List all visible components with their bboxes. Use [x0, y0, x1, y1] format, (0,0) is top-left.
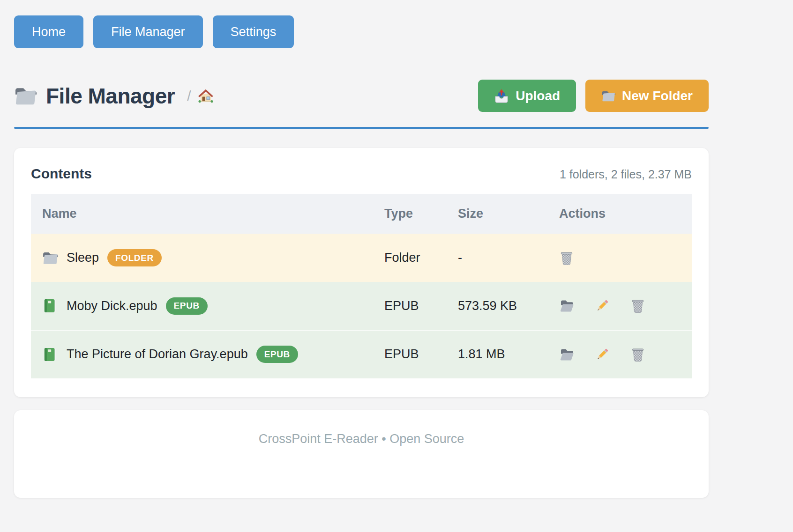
delete-button[interactable] [630, 298, 645, 313]
page-footer: CrossPoint E-Reader • Open Source [14, 410, 709, 498]
book-icon [42, 298, 58, 314]
header-actions: Upload New Folder [478, 80, 709, 112]
contents-card-header: Contents 1 folders, 2 files, 2.37 MB [31, 166, 692, 182]
edit-button[interactable] [595, 298, 610, 313]
epub-badge: EPUB [256, 346, 298, 363]
nav-settings-button[interactable]: Settings [213, 15, 294, 48]
contents-heading: Contents [31, 166, 92, 182]
footer-text: CrossPoint E-Reader • Open Source [259, 432, 464, 498]
upload-tray-icon [494, 89, 509, 103]
breadcrumb-home-link[interactable] [198, 88, 214, 104]
folder-icon [601, 89, 615, 103]
breadcrumb: / [187, 88, 213, 104]
row-size: 1.81 MB [447, 330, 548, 378]
row-name: Sleep [67, 251, 99, 265]
upload-button[interactable]: Upload [478, 80, 576, 112]
page-title: File Manager [14, 83, 175, 109]
trash-icon [559, 251, 574, 266]
home-icon [198, 88, 214, 104]
row-name: The Picture of Dorian Gray.epub [67, 347, 248, 362]
table-header: Name Type Size Actions [31, 194, 692, 234]
folder-icon [14, 85, 37, 107]
delete-button[interactable] [630, 347, 645, 362]
row-name-cell: Moby Dick.epub EPUB [42, 297, 373, 315]
title-wrap: File Manager / [14, 83, 214, 109]
nav-file-manager-button[interactable]: File Manager [93, 15, 203, 48]
row-name-cell: The Picture of Dorian Gray.epub EPUB [42, 346, 373, 363]
nav-home-button[interactable]: Home [14, 15, 83, 48]
open-button[interactable] [559, 298, 574, 313]
page-header: File Manager / Upload New Folder [14, 80, 709, 112]
page-container: Home File Manager Settings File Manager … [14, 0, 709, 498]
trash-icon [630, 347, 645, 362]
contents-card: Contents 1 folders, 2 files, 2.37 MB Nam… [14, 148, 709, 397]
title-divider [14, 127, 709, 129]
column-header-type: Type [373, 194, 447, 234]
epub-badge: EPUB [166, 297, 208, 315]
trash-icon [630, 298, 645, 313]
folder-open-icon [559, 347, 574, 362]
delete-button[interactable] [559, 251, 574, 266]
open-button[interactable] [559, 347, 574, 362]
breadcrumb-separator: / [187, 88, 191, 104]
row-actions [559, 298, 692, 313]
column-header-name: Name [31, 194, 373, 234]
top-nav: Home File Manager Settings [14, 0, 709, 48]
page-title-text: File Manager [46, 83, 175, 109]
column-header-actions: Actions [548, 194, 692, 234]
table-row-dorian-gray[interactable]: The Picture of Dorian Gray.epub EPUB EPU… [31, 330, 692, 378]
pencil-icon [595, 298, 610, 313]
row-actions [559, 251, 692, 266]
pencil-icon [595, 347, 610, 362]
new-folder-button-label: New Folder [622, 89, 693, 103]
book-icon [42, 347, 58, 362]
contents-summary: 1 folders, 2 files, 2.37 MB [560, 168, 692, 181]
row-size: - [447, 234, 548, 282]
row-name-cell: Sleep FOLDER [42, 249, 373, 266]
folder-badge: FOLDER [107, 249, 162, 266]
column-header-size: Size [447, 194, 548, 234]
row-type: Folder [373, 234, 447, 282]
edit-button[interactable] [595, 347, 610, 362]
table-row-sleep[interactable]: Sleep FOLDER Folder - [31, 234, 692, 282]
row-type: EPUB [373, 330, 447, 378]
table-row-moby-dick[interactable]: Moby Dick.epub EPUB EPUB 573.59 KB [31, 282, 692, 330]
folder-open-icon [559, 298, 574, 313]
folder-icon [42, 250, 58, 266]
contents-table: Name Type Size Actions Sleep FOLDER F [31, 194, 692, 378]
row-size: 573.59 KB [447, 282, 548, 330]
row-actions [559, 347, 692, 362]
row-type: EPUB [373, 282, 447, 330]
row-name: Moby Dick.epub [67, 299, 157, 313]
upload-button-label: Upload [516, 89, 560, 103]
new-folder-button[interactable]: New Folder [585, 80, 709, 112]
